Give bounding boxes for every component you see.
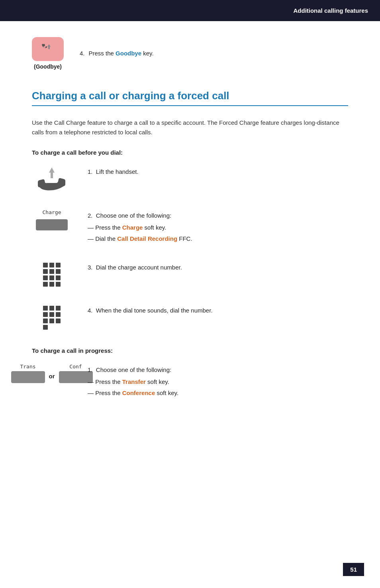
step3-text: 3. Dial the charge account number.	[88, 261, 348, 272]
step2-num: 2.	[88, 212, 93, 219]
in-progress-bullet1: Press the Transfer soft key.	[88, 377, 348, 387]
section-description: Use the Call Charge feature to charge a …	[32, 118, 348, 137]
goodbye-phone-svg	[38, 41, 58, 57]
step2-bullet2: Dial the Call Detail Recording FFC.	[88, 234, 348, 244]
section-title: Charging a call or charging a forced cal…	[32, 90, 348, 106]
goodbye-step-num: 4.	[80, 50, 85, 57]
charge-icon-col: Charge	[32, 209, 72, 230]
trans-button	[11, 371, 45, 383]
header-title: Additional calling features	[293, 7, 368, 14]
keypad1-icon-col	[32, 261, 72, 288]
before-dial-heading: To charge a call before you dial:	[32, 149, 348, 156]
handset-svg	[34, 165, 70, 193]
conf-label: Conf	[69, 364, 82, 370]
step-dial-number: 4. When the dial tone sounds, dial the n…	[32, 304, 348, 331]
step1-text: 1. Lift the handset.	[88, 165, 348, 177]
svg-marker-2	[49, 167, 55, 178]
trans-label: Trans	[20, 364, 35, 370]
keypad2-icon-col	[32, 304, 72, 331]
goodbye-phone-icon	[32, 37, 64, 61]
step1-num: 1.	[88, 168, 93, 175]
keypad1-grid	[41, 261, 62, 288]
step2-text: 2. Choose one of the following: Press th…	[88, 209, 348, 245]
step-dial-account: 3. Dial the charge account number.	[32, 261, 348, 288]
step-charge-softkey: Charge 2. Choose one of the following: P…	[32, 209, 348, 245]
trans-block: Trans	[11, 364, 45, 383]
charge-softkey-button	[36, 219, 68, 230]
step4-text: 4. When the dial tone sounds, dial the n…	[88, 304, 348, 315]
trans-conf-row: Trans or Conf	[11, 364, 93, 383]
conference-key: Conference	[122, 389, 155, 396]
trans-conf-icon-col: Trans or Conf	[32, 364, 72, 383]
in-progress-step1-num: 1.	[88, 366, 93, 373]
keypad2-grid	[41, 304, 62, 331]
goodbye-section: (Goodbye) 4.Press the Goodbye key.	[32, 37, 348, 70]
transfer-key: Transfer	[122, 378, 146, 385]
charge-key: Charge	[122, 224, 143, 231]
step2-bullet1: Press the Charge soft key.	[88, 223, 348, 232]
step-trans-conf: Trans or Conf 1. Choose one of the follo…	[32, 364, 348, 399]
in-progress-step1-bullets: Press the Transfer soft key. Press the C…	[88, 377, 348, 398]
header-bar: Additional calling features	[0, 0, 380, 21]
step2-bullets: Press the Charge soft key. Dial the Call…	[88, 223, 348, 244]
step3-num: 3.	[88, 264, 93, 271]
goodbye-key: Goodbye	[116, 50, 141, 57]
in-progress-heading: To charge a call in progress:	[32, 347, 348, 354]
page-number: 51	[343, 563, 364, 576]
handset-icon-col	[32, 165, 72, 193]
in-progress-step1-text: 1. Choose one of the following: Press th…	[88, 364, 348, 399]
cdr-key: Call Detail Recording	[117, 235, 177, 242]
goodbye-step-text: 4.Press the Goodbye key.	[80, 49, 154, 58]
goodbye-label: (Goodbye)	[34, 63, 62, 70]
step4-num: 4.	[88, 307, 93, 314]
step-lift-handset: 1. Lift the handset.	[32, 165, 348, 193]
main-content: (Goodbye) 4.Press the Goodbye key. Charg…	[0, 21, 380, 439]
in-progress-bullet2: Press the Conference soft key.	[88, 388, 348, 398]
charge-softkey-label: Charge	[43, 209, 61, 215]
or-label: or	[49, 367, 55, 380]
goodbye-icon-wrap: (Goodbye)	[32, 37, 64, 70]
